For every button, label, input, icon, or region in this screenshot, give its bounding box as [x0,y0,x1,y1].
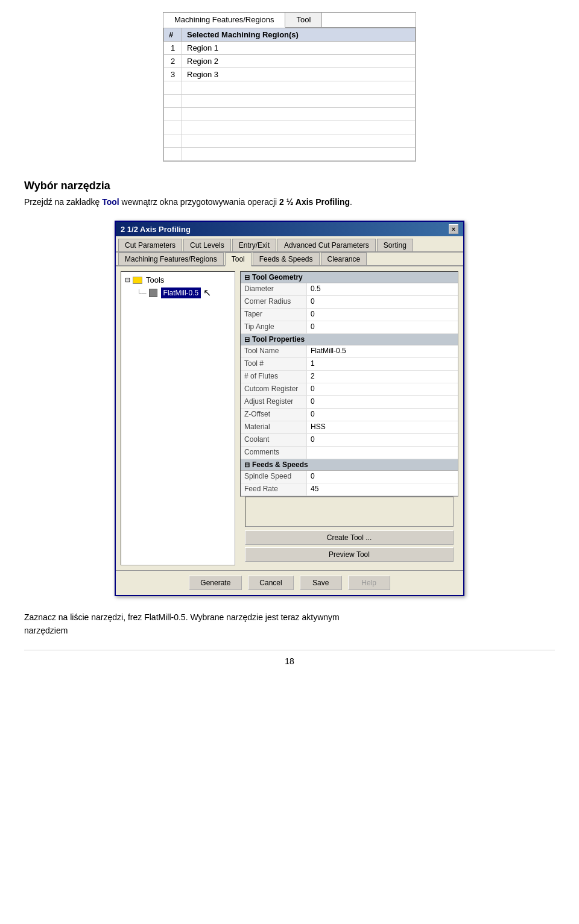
table-row: 2Region 2 [164,55,416,68]
prop-value-6[interactable]: HSS [307,421,458,433]
dialog-title: 2 1/2 Axis Profiling [121,225,191,234]
table-row-empty [164,81,416,95]
geometry-header-label: Tool Geometry [252,273,303,281]
prop-value-tip[interactable]: 0 [307,321,458,333]
spacer-area [245,497,454,527]
regions-table: # Selected Machining Region(s) 1Region 1… [163,28,416,161]
prop-tip-angle: Tip Angle 0 [241,321,458,334]
table-row: 3Region 3 [164,68,416,81]
tool-props-rows: Tool Name FlatMill-0.5 Tool # 1 # of Flu… [241,345,458,459]
cursor-icon: ↖ [203,287,211,298]
prop-value-5[interactable]: 0 [307,409,458,421]
tab-cut-levels[interactable]: Cut Levels [183,239,231,251]
prop-label-0: Tool Name [241,345,307,357]
tab-tool-dialog[interactable]: Tool [225,253,252,266]
prop-value-diameter[interactable]: 0.5 [307,283,458,295]
cell-num-empty [164,81,182,95]
prop-value-1[interactable]: 1 [307,358,458,370]
prop-tool-7: Coolant 0 [241,434,458,447]
tree-root: ⊟ Tools [125,275,231,284]
table-row-empty [164,121,416,134]
prop-spindle-speed: Spindle Speed 0 [241,471,458,483]
feeds-header-label: Feeds & Speeds [252,460,308,469]
tab-entry-exit[interactable]: Entry/Exit [232,239,276,251]
prop-tool-6: Material HSS [241,421,458,434]
prop-diameter: Diameter 0.5 [241,283,458,296]
geometry-section-header: ⊟ Tool Geometry [241,272,458,283]
tab-advanced-cut[interactable]: Advanced Cut Parameters [277,239,376,251]
tab-sorting[interactable]: Sorting [377,239,413,251]
cell-region-empty [182,148,416,161]
table-row-empty [164,108,416,121]
prop-value-3[interactable]: 0 [307,383,458,395]
prop-value-7[interactable]: 0 [307,434,458,446]
cell-num: 3 [164,68,182,81]
cell-region: Region 2 [182,55,416,68]
tab-machining-features[interactable]: Machining Features/Regions [163,13,285,28]
close-button[interactable]: × [449,224,458,234]
bottom-text: Zaznacz na liście narzędzi, frez FlatMil… [24,611,555,638]
prop-label-2: # of Flutes [241,371,307,383]
feeds-collapse[interactable]: ⊟ [244,461,250,469]
top-table-container: Machining Features/Regions Tool # Select… [163,12,416,162]
table-row-empty [164,95,416,108]
prop-corner-radius: Corner Radius 0 [241,296,458,309]
bottom-text-line1: Zaznacz na liście narzędzi, frez FlatMil… [24,612,340,622]
prop-label-feed: Feed Rate [241,483,307,495]
prop-tool-4: Adjust Register 0 [241,396,458,409]
cell-num: 2 [164,55,182,68]
prop-value-taper[interactable]: 0 [307,309,458,321]
tab-machining-features-dialog[interactable]: Machining Features/Regions [118,253,224,265]
prop-value-spindle[interactable]: 0 [307,471,458,483]
prop-tool-2: # of Flutes 2 [241,371,458,383]
dialog-body: ⊟ Tools └─ FlatMill-0.5 ↖ [116,266,463,570]
prop-value-corner[interactable]: 0 [307,296,458,308]
cell-num: 1 [164,42,182,55]
col-header-num: # [164,28,182,42]
tree-root-label: Tools [146,275,164,284]
tool-selected-label[interactable]: FlatMill-0.5 [161,288,201,298]
prop-value-8[interactable] [307,447,458,459]
tool-props-section-header: ⊟ Tool Properties [241,334,458,345]
tool-tree-panel: ⊟ Tools └─ FlatMill-0.5 ↖ [121,271,235,565]
tool-props-collapse[interactable]: ⊟ [244,336,250,344]
prop-label-taper: Taper [241,309,307,321]
cancel-button[interactable]: Cancel [248,576,293,590]
section-heading: Wybór narzędzia [24,180,555,192]
prop-label-3: Cutcom Register [241,383,307,395]
cell-region: Region 3 [182,68,416,81]
create-tool-button[interactable]: Create Tool ... [245,530,454,545]
cell-num-empty [164,121,182,134]
tab-tool-top[interactable]: Tool [285,13,322,27]
table-row-empty [164,148,416,161]
prop-value-0[interactable]: FlatMill-0.5 [307,345,458,357]
prop-tool-1: Tool # 1 [241,358,458,371]
help-button: Help [348,576,390,590]
preview-tool-button[interactable]: Preview Tool [245,547,454,562]
dialog-tabs-row1: Cut Parameters Cut Levels Entry/Exit Adv… [116,236,463,253]
feeds-section-header: ⊟ Feeds & Speeds [241,459,458,471]
prop-value-2[interactable]: 2 [307,371,458,383]
page-number: 18 [24,650,555,666]
tree-collapse-icon[interactable]: ⊟ [125,276,130,284]
generate-button[interactable]: Generate [189,576,242,590]
dialog-actions: Create Tool ... Preview Tool [240,527,458,565]
tab-feeds-speeds[interactable]: Feeds & Speeds [253,253,320,265]
prop-label-5: Z-Offset [241,409,307,421]
cell-num-empty [164,148,182,161]
prop-value-feed[interactable]: 45 [307,483,458,495]
prop-value-4[interactable]: 0 [307,396,458,408]
cell-num-empty [164,108,182,121]
bottom-text-line2: narzędziem [24,626,68,635]
prop-label-7: Coolant [241,434,307,446]
prop-label-4: Adjust Register [241,396,307,408]
geometry-collapse[interactable]: ⊟ [244,274,250,281]
save-button[interactable]: Save [300,576,342,590]
tab-clearance[interactable]: Clearance [321,253,367,265]
tree-tool-item[interactable]: └─ FlatMill-0.5 ↖ [137,287,231,298]
cell-region-empty [182,134,416,148]
prop-label-spindle: Spindle Speed [241,471,307,483]
dialog-titlebar: 2 1/2 Axis Profiling × [116,222,463,236]
tab-cut-parameters[interactable]: Cut Parameters [118,239,182,251]
section-paragraph: Przejdź na zakładkę Tool wewnątrz okna p… [24,196,555,209]
